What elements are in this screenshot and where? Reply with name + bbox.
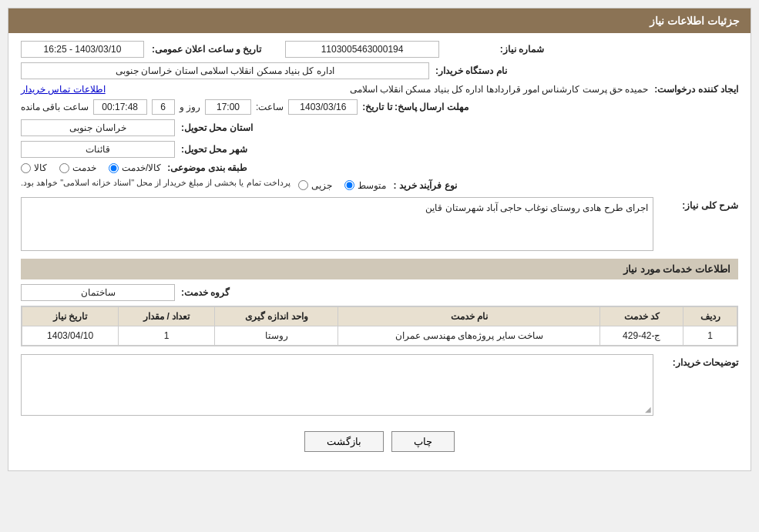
- service-info-title: اطلاعات خدمات مورد نیاز: [623, 263, 730, 275]
- category-option-3: کالا: [21, 162, 47, 173]
- need-number-value: 1103005463000194: [285, 41, 439, 58]
- province-value: خراسان جنوبی: [21, 119, 175, 136]
- buyer-org-value: اداره کل بنیاد مسکن انقلاب اسلامی استان …: [21, 62, 429, 79]
- cell-unit: روستا: [215, 326, 338, 346]
- category-label: طبقه بندی موضوعی:: [167, 162, 247, 173]
- main-panel: جزئیات اطلاعات نیاز شماره نیاز: 11030054…: [8, 8, 751, 471]
- category-radio-kala[interactable]: [21, 163, 31, 173]
- cell-row-num: 1: [683, 326, 737, 346]
- category-row: طبقه بندی موضوعی: کالا/خدمت خدمت کالا: [21, 162, 738, 173]
- purchase-type-partial-label: جزیی: [311, 180, 332, 191]
- cell-quantity: 1: [119, 326, 215, 346]
- category-option-3-label: کالا: [34, 162, 47, 173]
- panel-title: جزئیات اطلاعات نیاز: [650, 15, 740, 27]
- resize-indicator: ◢: [645, 405, 651, 413]
- col-header-quantity: تعداد / مقدار: [119, 307, 215, 326]
- service-table: ردیف کد خدمت نام خدمت واحد اندازه گیری ت…: [22, 306, 737, 346]
- need-description-box: اجرای طرح هادی روستای نوغاب حاجی آباد شه…: [21, 197, 653, 251]
- purchase-type-label: نوع فرآیند خرید :: [394, 180, 457, 191]
- cell-service-name: ساخت سایر پروژه‌های مهندسی عمران: [338, 326, 600, 346]
- need-description-value: اجرای طرح هادی روستای نوغاب حاجی آباد شه…: [425, 202, 648, 213]
- purchase-radio-medium[interactable]: [344, 180, 354, 190]
- city-row: شهر محل تحویل: قائنات: [21, 141, 738, 158]
- need-number-label: شماره نیاز:: [447, 44, 547, 55]
- purchase-type-medium: متوسط: [344, 180, 386, 191]
- announce-label: تاریخ و ساعت اعلان عمومی:: [152, 44, 264, 55]
- province-label: استان محل تحویل:: [181, 122, 253, 133]
- deadline-days-label: روز و: [180, 102, 200, 112]
- category-radio-kala-khedmat[interactable]: [109, 163, 119, 173]
- buyer-notes-content: ◢: [21, 354, 653, 416]
- col-header-date: تاریخ نیاز: [22, 307, 119, 326]
- deadline-days: 6: [152, 99, 175, 115]
- creator-row: ایجاد کننده درخواست: حمیده حق پرست کارشن…: [21, 84, 738, 95]
- province-row: استان محل تحویل: خراسان جنوبی: [21, 119, 738, 136]
- need-description-row: شرح کلی نیاز: اجرای طرح هادی روستای نوغا…: [21, 197, 738, 251]
- category-option-1-label: کالا/خدمت: [122, 162, 161, 173]
- deadline-row: مهلت ارسال پاسخ: تا تاریخ: 1403/03/16 سا…: [21, 99, 738, 115]
- table-header-row: ردیف کد خدمت نام خدمت واحد اندازه گیری ت…: [22, 307, 737, 326]
- table-row: 1 ج-42-429 ساخت سایر پروژه‌های مهندسی عم…: [22, 326, 737, 346]
- deadline-time: 17:00: [205, 99, 251, 115]
- announce-value: 1403/03/10 - 16:25: [21, 41, 144, 58]
- city-value: قائنات: [21, 141, 175, 158]
- creator-label: ایجاد کننده درخواست:: [654, 84, 738, 95]
- panel-header: جزئیات اطلاعات نیاز: [8, 8, 751, 33]
- need-description-content: اجرای طرح هادی روستای نوغاب حاجی آباد شه…: [21, 197, 653, 251]
- col-header-service-code: کد خدمت: [600, 307, 683, 326]
- purchase-type-radio-group: متوسط جزیی: [298, 180, 386, 191]
- buyer-org-label: نام دستگاه خریدار:: [435, 65, 507, 76]
- service-table-wrapper: ردیف کد خدمت نام خدمت واحد اندازه گیری ت…: [21, 306, 738, 346]
- back-button[interactable]: بازگشت: [304, 431, 384, 452]
- print-button[interactable]: چاپ: [391, 431, 455, 452]
- purchase-type-medium-label: متوسط: [358, 180, 386, 191]
- category-radio-khedmat[interactable]: [59, 163, 69, 173]
- purchase-radio-partial[interactable]: [298, 180, 308, 190]
- contact-link[interactable]: اطلاعات تماس خریدار: [21, 84, 106, 95]
- service-group-label: گروه خدمت:: [181, 287, 230, 298]
- panel-body: شماره نیاز: 1103005463000194 تاریخ و ساع…: [8, 33, 751, 470]
- city-label: شهر محل تحویل:: [181, 144, 247, 155]
- top-info-row: شماره نیاز: 1103005463000194 تاریخ و ساع…: [21, 41, 738, 58]
- buyer-org-row: نام دستگاه خریدار: اداره کل بنیاد مسکن ا…: [21, 62, 738, 79]
- category-option-2-label: خدمت: [72, 162, 96, 173]
- purchase-type-partial: جزیی: [298, 180, 332, 191]
- category-option-2: خدمت: [59, 162, 96, 173]
- purchase-type-row: نوع فرآیند خرید : متوسط جزیی پرداخت تمام…: [21, 178, 738, 192]
- deadline-remaining: 00:17:48: [93, 99, 147, 115]
- cell-service-code: ج-42-429: [600, 326, 683, 346]
- need-description-label: شرح کلی نیاز:: [661, 197, 738, 211]
- service-info-header: اطلاعات خدمات مورد نیاز: [21, 259, 738, 279]
- purchase-note: پرداخت تمام یا بخشی از مبلغ خریدار از مح…: [21, 178, 291, 188]
- deadline-remaining-label: ساعت باقی مانده: [21, 102, 89, 112]
- cell-date: 1403/04/10: [22, 326, 119, 346]
- category-radio-group: کالا/خدمت خدمت کالا: [21, 162, 161, 173]
- service-group-value: ساختمان: [21, 284, 175, 301]
- deadline-label: مهلت ارسال پاسخ: تا تاریخ:: [362, 102, 468, 112]
- page-wrapper: جزئیات اطلاعات نیاز شماره نیاز: 11030054…: [0, 0, 759, 532]
- buyer-notes-label: توضیحات خریدار:: [661, 354, 738, 368]
- buyer-notes-box: ◢: [21, 354, 653, 416]
- col-header-service-name: نام خدمت: [338, 307, 600, 326]
- deadline-date: 1403/03/16: [288, 99, 358, 115]
- buyer-notes-row: توضیحات خریدار: ◢: [21, 354, 738, 416]
- deadline-time-label: ساعت:: [256, 102, 284, 112]
- col-header-unit: واحد اندازه گیری: [215, 307, 338, 326]
- category-option-1: کالا/خدمت: [109, 162, 161, 173]
- service-group-row: گروه خدمت: ساختمان: [21, 284, 738, 301]
- col-header-row-num: ردیف: [683, 307, 737, 326]
- button-row: چاپ بازگشت: [21, 423, 738, 463]
- creator-value: حمیده حق پرست کارشناس امور قراردادها ادا…: [112, 84, 649, 95]
